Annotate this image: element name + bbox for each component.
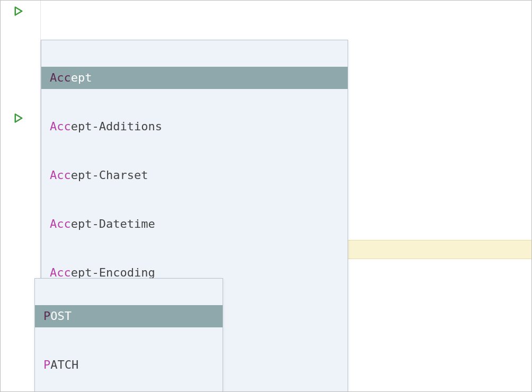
match-text: P xyxy=(43,358,50,371)
match-text: Acc xyxy=(50,71,71,84)
rest-text: ept-Additions xyxy=(71,120,162,133)
autocomplete-methods[interactable]: POST PATCH PUT OPTIONS π xyxy=(34,278,223,392)
rest-text: ept-Datetime xyxy=(71,217,155,230)
rest-text: OST xyxy=(50,309,72,323)
rest-text: ept-Encoding xyxy=(71,266,155,279)
code-area[interactable]: GET http://localhost:8080/database Acc: … xyxy=(41,1,531,391)
match-text: Acc xyxy=(50,168,71,182)
rest-text: ept xyxy=(71,71,92,84)
autocomplete-item[interactable]: Accept-Additions xyxy=(41,115,348,138)
autocomplete-item[interactable]: Accept xyxy=(41,67,348,89)
match-text: Acc xyxy=(50,266,71,279)
autocomplete-item[interactable]: Accept-Datetime xyxy=(41,213,348,235)
match-text: Acc xyxy=(50,120,71,133)
run-icon[interactable] xyxy=(13,113,24,123)
autocomplete-item[interactable]: Accept-Charset xyxy=(41,164,348,186)
editor-panel: GET http://localhost:8080/database Acc: … xyxy=(1,1,531,391)
autocomplete-item[interactable]: POST xyxy=(35,305,223,327)
match-text: Acc xyxy=(50,217,71,230)
rest-text: ATCH xyxy=(50,358,78,371)
run-icon[interactable] xyxy=(13,6,24,16)
autocomplete-item[interactable]: PATCH xyxy=(35,354,223,376)
match-text: P xyxy=(43,309,50,323)
rest-text: ept-Charset xyxy=(71,168,148,182)
